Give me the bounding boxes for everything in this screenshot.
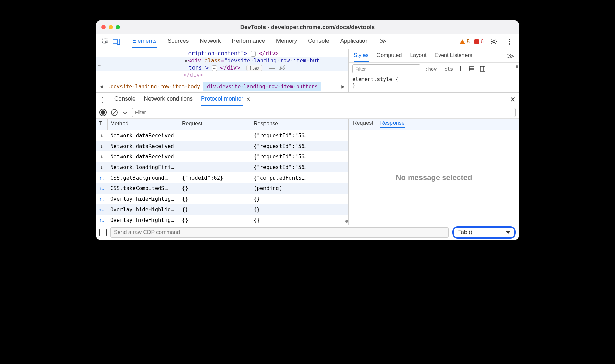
tab-application[interactable]: Application xyxy=(340,34,369,48)
col-response[interactable]: Response xyxy=(251,119,348,130)
code-text: cription-content"> xyxy=(188,50,247,57)
flex-badge[interactable]: flex xyxy=(246,65,262,71)
hov-toggle[interactable]: :hov xyxy=(425,66,437,72)
table-row[interactable]: ↑↓Overlay.hideHighlight{}{} xyxy=(96,215,348,225)
drawer-tab-console[interactable]: Console xyxy=(114,93,135,106)
record-button[interactable] xyxy=(99,109,107,116)
table-row[interactable]: ↑↓Overlay.hideHighlight{}{} xyxy=(96,194,348,204)
inspect-element-icon[interactable] xyxy=(100,36,111,47)
cell-method: Network.dataReceived xyxy=(108,133,179,139)
breadcrumb-scroll-right-icon[interactable]: ▶ xyxy=(340,80,346,92)
col-type[interactable]: T… xyxy=(96,119,108,130)
minimize-window-button[interactable] xyxy=(109,25,113,29)
toggle-sidebar-icon[interactable] xyxy=(99,229,107,236)
flexbox-editor-icon[interactable] xyxy=(469,66,475,72)
styles-tabs: Styles Computed Layout Event Listeners ≫ xyxy=(349,49,519,63)
toolbar-right: 5 6 xyxy=(460,36,515,47)
cell-request: {} xyxy=(179,196,251,202)
more-tabs-icon[interactable]: ≫ xyxy=(379,34,389,49)
svg-rect-9 xyxy=(469,69,474,71)
traffic-lights xyxy=(101,25,120,29)
save-icon[interactable] xyxy=(122,109,128,116)
table-row[interactable]: ↑↓Overlay.hideHighlight{}{} xyxy=(96,204,348,215)
close-tab-icon[interactable]: ✕ xyxy=(246,96,251,103)
col-request[interactable]: Request xyxy=(179,119,251,130)
cdp-command-input[interactable] xyxy=(110,227,449,238)
table-row[interactable]: ↑↓CSS.getBackground…{"nodeId":62}{"compu… xyxy=(96,172,348,183)
bidirectional-arrow-icon: ↑↓ xyxy=(99,207,105,212)
table-row[interactable]: ↑↓CSS.takeComputedS…{}(pending) xyxy=(96,183,348,194)
drawer-kebab-icon[interactable]: ⋮ xyxy=(99,95,106,104)
incoming-arrow-icon: ↓ xyxy=(100,143,103,149)
window-title: DevTools - developer.chrome.com/docs/dev… xyxy=(96,24,519,31)
svg-point-7 xyxy=(509,43,510,45)
table-row[interactable]: ↓Network.loadingFinis…{"requestId":"56… xyxy=(96,162,348,172)
errors-count: 6 xyxy=(481,39,484,45)
devtools-window: DevTools - developer.chrome.com/docs/dev… xyxy=(96,20,519,240)
ellipsis-icon[interactable]: ⋯ xyxy=(251,51,256,57)
tab-event-listeners[interactable]: Event Listeners xyxy=(434,49,472,62)
cell-request: {} xyxy=(179,217,251,223)
breadcrumb-bar: ◀ .devsite-landing-row-item-body div.dev… xyxy=(96,80,348,92)
cls-toggle[interactable]: .cls xyxy=(442,66,453,72)
breadcrumb-scroll-left-icon[interactable]: ◀ xyxy=(99,80,104,92)
table-row[interactable]: ↓Network.dataReceived{"requestId":"56… xyxy=(96,141,348,151)
table-row[interactable]: ↓Network.dataReceived{"requestId":"56… xyxy=(96,151,348,162)
table-header: T… Method Request Response xyxy=(96,119,348,130)
settings-gear-icon[interactable] xyxy=(488,36,499,47)
svg-point-4 xyxy=(493,41,495,43)
cell-response: {} xyxy=(251,207,348,213)
svg-rect-10 xyxy=(480,66,485,71)
tab-network[interactable]: Network xyxy=(199,34,221,48)
main-tab-bar: Elements Sources Network Performance Mem… xyxy=(96,34,519,49)
more-tabs-icon[interactable]: ≫ xyxy=(507,52,514,60)
computed-sidebar-icon[interactable] xyxy=(480,66,486,72)
svg-rect-1 xyxy=(113,39,117,43)
table-row[interactable]: ↓Network.dataReceived{"requestId":"56… xyxy=(96,130,348,141)
tab-memory[interactable]: Memory xyxy=(275,34,298,48)
scroll-indicator xyxy=(516,65,518,68)
warnings-count: 5 xyxy=(467,39,470,45)
tab-console[interactable]: Console xyxy=(307,34,330,48)
cell-response: {"computedFontSi… xyxy=(251,175,348,181)
errors-badge[interactable]: 6 xyxy=(474,39,484,45)
cell-method: CSS.getBackground… xyxy=(108,175,179,181)
cell-method: Overlay.hideHighlight xyxy=(108,207,179,213)
device-toolbar-icon[interactable] xyxy=(111,36,122,47)
protocol-filter-input[interactable] xyxy=(132,108,516,117)
close-window-button[interactable] xyxy=(101,25,106,29)
new-rule-icon[interactable] xyxy=(458,66,464,72)
elements-panel: cription-content"> ⋯ </div> ▶<div class=… xyxy=(96,49,519,93)
tab-performance[interactable]: Performance xyxy=(231,34,266,48)
detail-tabs: Request Response xyxy=(349,119,519,130)
ellipsis-icon[interactable]: ⋯ xyxy=(212,65,217,71)
dom-tree[interactable]: cription-content"> ⋯ </div> ▶<div class=… xyxy=(96,49,348,92)
breadcrumb-item-selected[interactable]: div.devsite-landing-row-item-buttons xyxy=(203,82,321,91)
detail-tab-request[interactable]: Request xyxy=(353,120,373,128)
tab-styles[interactable]: Styles xyxy=(354,49,369,62)
detail-tab-response[interactable]: Response xyxy=(380,120,405,128)
maximize-window-button[interactable] xyxy=(116,25,120,29)
target-select-label: Tab () xyxy=(458,229,472,236)
bidirectional-arrow-icon: ↑↓ xyxy=(99,186,105,191)
rule-close: } xyxy=(352,82,516,89)
target-select[interactable]: Tab () xyxy=(452,226,516,239)
clear-button[interactable] xyxy=(111,109,118,116)
tab-sources[interactable]: Sources xyxy=(167,34,189,48)
tab-layout[interactable]: Layout xyxy=(410,49,426,62)
collapsed-lines-icon[interactable]: ⋯ xyxy=(98,61,102,69)
cell-method: Network.loadingFinis… xyxy=(108,164,179,170)
tab-computed[interactable]: Computed xyxy=(377,49,402,62)
warnings-badge[interactable]: 5 xyxy=(460,39,470,45)
col-method[interactable]: Method xyxy=(108,119,179,130)
styles-rules[interactable]: element.style { } xyxy=(349,75,519,90)
drawer-tab-protocol-monitor[interactable]: Protocol monitor xyxy=(201,93,243,106)
kebab-menu-icon[interactable] xyxy=(504,36,515,47)
breadcrumb-item[interactable]: .devsite-landing-row-item-body xyxy=(104,82,203,91)
styles-filter-input[interactable] xyxy=(352,64,420,73)
tab-elements[interactable]: Elements xyxy=(132,34,157,48)
protocol-monitor-toolbar xyxy=(96,106,519,119)
close-drawer-icon[interactable]: ✕ xyxy=(510,95,516,104)
drawer-tab-network-conditions[interactable]: Network conditions xyxy=(144,93,193,106)
cell-response: (pending) xyxy=(251,185,348,192)
